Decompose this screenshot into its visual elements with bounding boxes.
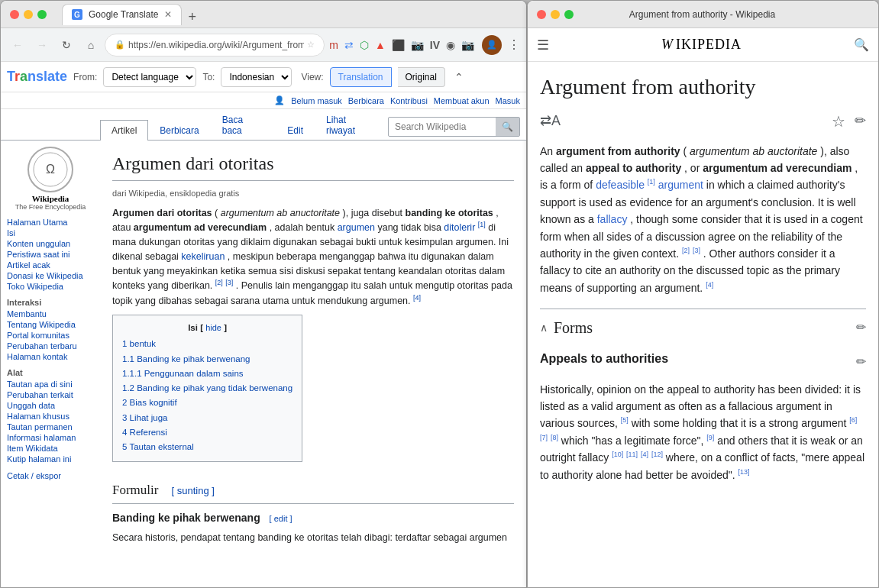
appeals-text: Historically, opinion on the appeal to a… xyxy=(540,381,866,483)
toc-item-5: 5 Tautan eksternal xyxy=(122,441,292,454)
original-view-button[interactable]: Original xyxy=(398,67,445,87)
toc-item-1-2: 1.2 Banding ke pihak yang tidak berwenan… xyxy=(122,382,292,395)
defeasible-link[interactable]: defeasible xyxy=(596,179,645,191)
translate-lang-icon[interactable]: ⇄A xyxy=(540,110,561,132)
masuk-link[interactable]: Masuk xyxy=(496,96,520,105)
extension-icon-4[interactable]: 📷 xyxy=(411,39,424,51)
wiki-search-button[interactable]: 🔍 xyxy=(496,118,519,136)
sidebar-item-membantu[interactable]: Membantu xyxy=(7,309,94,319)
wiki-from-text: dari Wikipedia, ensiklopedia gratis xyxy=(112,187,514,200)
sidebar-item-kutip[interactable]: Kutip halaman ini xyxy=(7,454,94,464)
wiki-search-input[interactable] xyxy=(389,121,496,132)
forms-edit-icon[interactable]: ✏ xyxy=(856,318,866,338)
sidebar-item-toko[interactable]: Toko Wikipedia xyxy=(7,281,94,292)
extension-icon-6[interactable]: ◉ xyxy=(446,39,455,51)
active-tab[interactable]: G Google Translate ✕ xyxy=(62,4,182,25)
mobile-search-icon[interactable]: 🔍 xyxy=(854,37,869,52)
sidebar-item-halaman-khusus[interactable]: Halaman khusus xyxy=(7,411,94,422)
toc-link-tautan[interactable]: 5 Tautan eksternal xyxy=(122,442,194,451)
sidebar-item-peristiwa[interactable]: Peristiwa saat ini xyxy=(7,249,94,260)
translate-icon[interactable]: ⇄ xyxy=(344,39,354,51)
tab-favicon: G xyxy=(72,9,82,20)
right-maximize-button[interactable] xyxy=(564,10,574,19)
reload-button[interactable]: ↻ xyxy=(56,34,77,56)
toc-link-banding-tidak[interactable]: 1.2 Banding ke pihak yang tidak berwenan… xyxy=(122,383,292,393)
minimize-button[interactable] xyxy=(24,10,33,19)
sidebar-item-artikel-acak[interactable]: Artikel acak xyxy=(7,260,94,270)
membuat-akun-link[interactable]: Membuat akun xyxy=(434,96,490,105)
maximize-button[interactable] xyxy=(37,10,47,19)
wiki-search-box[interactable]: 🔍 xyxy=(388,117,520,137)
sidebar-item-isi[interactable]: Isi xyxy=(7,228,94,238)
sidebar-item-tautan-apa[interactable]: Tautan apa di sini xyxy=(7,379,94,389)
extension-icon-5[interactable]: IV xyxy=(430,39,440,51)
section-edit-link[interactable]: [ sunting ] xyxy=(171,485,214,496)
tab-artikel[interactable]: Artikel xyxy=(100,120,148,141)
subsection-edit-link[interactable]: [ edit ] xyxy=(270,514,292,523)
wiki-mobile-logo-w: W xyxy=(661,37,673,53)
tab-lihat-riwayat[interactable]: Lihat riwayat xyxy=(315,109,388,141)
extension-icon-1[interactable]: ⬡ xyxy=(360,39,369,51)
collapse-translate-button[interactable]: ⌃ xyxy=(454,71,464,83)
fallacy-link[interactable]: fallacy xyxy=(597,213,628,225)
sidebar-tools-section: Tautan apa di sini Perubahan terkait Ung… xyxy=(7,379,94,464)
belum-masuk-link[interactable]: Belum masuk xyxy=(291,96,342,105)
target-language-select[interactable]: Indonesian xyxy=(221,67,292,87)
toc-link-lihat[interactable]: 3 Lihat juga xyxy=(122,413,167,422)
left-titlebar: G Google Translate ✕ + xyxy=(1,1,526,28)
sidebar-item-unggah[interactable]: Unggah data xyxy=(7,400,94,411)
address-text: https://en.wikipedia.org/wiki/Argument_f… xyxy=(128,40,304,50)
bookmark-star-icon[interactable]: ☆ xyxy=(832,109,845,134)
ditolerir-link[interactable]: ditolerir xyxy=(444,222,475,233)
tab-close-icon[interactable]: ✕ xyxy=(164,9,172,20)
sidebar-item-kontak[interactable]: Halaman kontak xyxy=(7,351,94,362)
forms-collapse-icon[interactable]: ∧ xyxy=(540,319,548,336)
sidebar-item-donasi[interactable]: Donasi ke Wikipedia xyxy=(7,270,94,281)
toc-hide-button[interactable]: hide xyxy=(205,323,221,332)
berbicara-link[interactable]: Berbicara xyxy=(348,96,384,105)
kontribusi-link[interactable]: Kontribusi xyxy=(390,96,428,105)
sidebar-item-item-wikidata[interactable]: Item Wikidata xyxy=(7,443,94,454)
extension-icon-3[interactable]: ⬛ xyxy=(392,39,405,51)
source-language-select[interactable]: Detect language xyxy=(103,67,196,87)
close-button[interactable] xyxy=(10,10,19,19)
address-bar[interactable]: 🔒 https://en.wikipedia.org/wiki/Argument… xyxy=(105,34,325,57)
sidebar-item-informasi[interactable]: Informasi halaman xyxy=(7,432,94,443)
sidebar-item-tentang[interactable]: Tentang Wikipedia xyxy=(7,319,94,330)
home-button[interactable]: ⌂ xyxy=(80,34,102,56)
sidebar-item-portal[interactable]: Portal komunitas xyxy=(7,330,94,341)
right-close-button[interactable] xyxy=(537,10,546,19)
argument-link[interactable]: argument xyxy=(658,179,703,191)
right-minimize-button[interactable] xyxy=(551,10,560,19)
appeals-edit-icon[interactable]: ✏ xyxy=(856,352,866,372)
toc-link-bentuk[interactable]: 1 bentuk xyxy=(122,339,156,348)
extension-icon-7[interactable]: 📷 xyxy=(461,39,474,51)
tab-edit[interactable]: Edit xyxy=(276,120,315,141)
forward-button[interactable]: → xyxy=(31,34,53,56)
toc-link-penggunaan[interactable]: 1.1.1 Penggunaan dalam sains xyxy=(122,369,244,378)
hamburger-menu-icon[interactable]: ☰ xyxy=(537,37,549,53)
tab-baca-baca[interactable]: Baca baca xyxy=(211,109,276,141)
kekeliruan-link[interactable]: kekeliruan xyxy=(181,251,225,262)
new-tab-button[interactable]: + xyxy=(188,9,196,25)
toc-link-referensi[interactable]: 4 Referensi xyxy=(122,428,167,437)
user-avatar[interactable]: 👤 xyxy=(482,35,502,55)
sidebar-item-perubahan-terkait[interactable]: Perubahan terkait xyxy=(7,389,94,400)
sidebar-item-perubahan[interactable]: Perubahan terbaru xyxy=(7,341,94,351)
toc-link-banding[interactable]: 1.1 Banding ke pihak berwenang xyxy=(122,354,250,363)
sidebar-item-tautan-permanen[interactable]: Tautan permanen xyxy=(7,422,94,432)
tab-berbicara[interactable]: Berbicara xyxy=(148,120,210,141)
sidebar-item-konten[interactable]: Konten unggulan xyxy=(7,238,94,249)
extension-icon-2[interactable]: ▲ xyxy=(375,39,386,51)
translate-extension-icon[interactable]: m xyxy=(329,39,338,51)
back-button[interactable]: ← xyxy=(7,34,28,56)
toc-link-bias[interactable]: 2 Bias kognitif xyxy=(122,398,177,407)
wiki-logo-svg: Ω xyxy=(31,150,69,189)
mobile-edit-icon[interactable]: ✏ xyxy=(855,110,866,132)
wiki-article-title: Argumen dari otoritas xyxy=(112,150,514,181)
argumen-link[interactable]: argumen xyxy=(338,222,375,233)
sidebar-item-halaman-utama[interactable]: Halaman Utama xyxy=(7,217,94,228)
translation-view-button[interactable]: Translation xyxy=(330,67,392,87)
more-options-button[interactable]: ⋮ xyxy=(508,37,520,52)
sidebar-item-cetak[interactable]: Cetak / ekspor xyxy=(7,470,94,481)
